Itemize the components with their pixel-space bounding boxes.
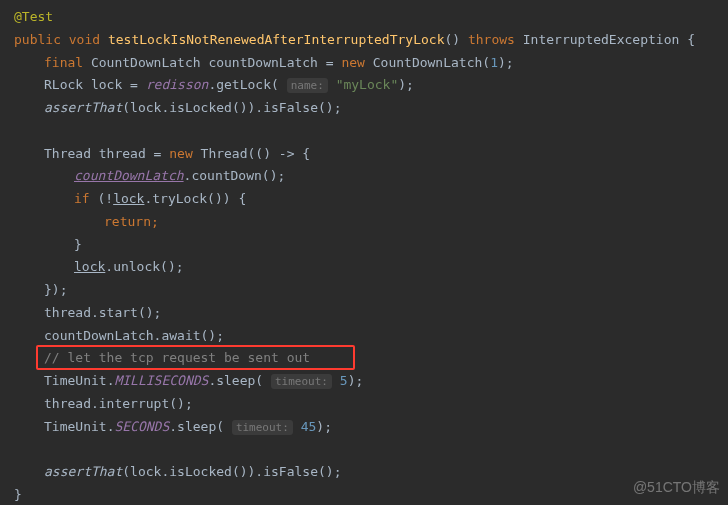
code-line-countdown: countDownLatch.countDown(); (14, 165, 728, 188)
code-line-annotation: @Test (14, 6, 728, 29)
param-hint-timeout2: timeout: (232, 420, 293, 435)
code-line-interrupt: thread.interrupt(); (14, 393, 728, 416)
param-hint-timeout: timeout: (271, 374, 332, 389)
code-line-assert1: assertThat(lock.isLocked()).isFalse(); (14, 97, 728, 120)
code-line-cdl-decl: final CountDownLatch countDownLatch = ne… (14, 52, 728, 75)
code-line-rlock-decl: RLock lock = redisson.getLock( name: "my… (14, 74, 728, 97)
param-hint-name: name: (287, 78, 328, 93)
code-line-sleep5: TimeUnit.MILLISECONDS.sleep( timeout: 5)… (14, 370, 728, 393)
code-line-thread-decl: Thread thread = new Thread(() -> { (14, 143, 728, 166)
watermark-label: @51CTO博客 (633, 475, 720, 500)
code-line-assert2: assertThat(lock.isLocked()).isFalse(); (14, 461, 728, 484)
code-line-method-close: } (14, 484, 728, 505)
code-line-blank1 (14, 120, 728, 143)
code-line-thread-start: thread.start(); (14, 302, 728, 325)
code-line-comment: // let the tcp request be sent out (14, 347, 728, 370)
code-line-await: countDownLatch.await(); (14, 325, 728, 348)
code-line-blank2 (14, 438, 728, 461)
method-name: testLockIsNotRenewedAfterInterruptedTryL… (108, 32, 445, 47)
code-line-lambda-close: }); (14, 279, 728, 302)
code-line-if-close: } (14, 234, 728, 257)
code-line-return: return; (14, 211, 728, 234)
code-line-signature: public void testLockIsNotRenewedAfterInt… (14, 29, 728, 52)
code-line-unlock: lock.unlock(); (14, 256, 728, 279)
test-annotation: @Test (14, 9, 53, 24)
code-line-if: if (!lock.tryLock()) { (14, 188, 728, 211)
code-line-sleep45: TimeUnit.SECONDS.sleep( timeout: 45); (14, 416, 728, 439)
